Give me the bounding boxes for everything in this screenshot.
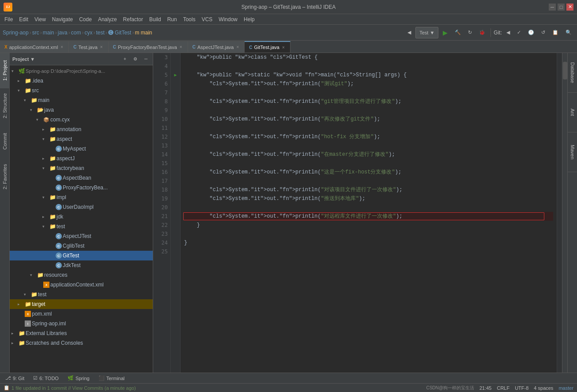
tree-item-spring-aop[interactable]: ▾🌿Spring-aop D:\IdeaProject\Spring-a...: [10, 66, 153, 76]
scrollbar-thumb[interactable]: [563, 62, 567, 79]
search-btn[interactable]: 🔍: [563, 27, 574, 38]
menu-item-run[interactable]: Run: [165, 15, 180, 23]
menu-item-code[interactable]: Code: [76, 15, 94, 23]
debug-button[interactable]: 🐞: [476, 27, 488, 38]
code-content[interactable]: 345678910111213141516171819202122232425 …: [153, 53, 567, 373]
tree-item-myaspect[interactable]: CMyAspect: [10, 144, 153, 154]
tab-ProxyFactoryBeanTest-java[interactable]: CProxyFactoryBeanTest.java×: [109, 41, 188, 53]
favorites-tab[interactable]: 2: Favorites: [0, 159, 10, 194]
tree-item-resources[interactable]: ▾📁resources: [10, 270, 153, 280]
tree-item-userdaoimpl[interactable]: CUserDaoImpl: [10, 202, 153, 212]
tab-close-btn[interactable]: ×: [60, 45, 64, 49]
menu-item-analyze[interactable]: Analyze: [95, 15, 120, 23]
back-button[interactable]: ◀: [405, 27, 414, 38]
menu-item-help[interactable]: Help: [241, 15, 257, 23]
spring-bottom-tab[interactable]: 🌿 Spring: [66, 375, 91, 381]
menu-item-edit[interactable]: Edit: [16, 15, 31, 23]
scrollbar-track[interactable]: [562, 53, 567, 373]
tree-hide-btn[interactable]: ─: [142, 55, 150, 63]
menu-item-tools[interactable]: Tools: [181, 15, 198, 23]
tree-item-test[interactable]: ▾📁test: [10, 222, 153, 231]
menu-item-view[interactable]: View: [32, 15, 49, 23]
tree-item-aspectbean[interactable]: CAspectBean: [10, 173, 153, 183]
tree-item-aspect[interactable]: ▾📁aspect: [10, 134, 153, 144]
tree-item-aspectj[interactable]: ▸📁aspectJ: [10, 154, 153, 163]
breadcrumb-com[interactable]: com: [71, 30, 81, 36]
status-indent[interactable]: 4 spaces: [534, 385, 553, 391]
todo-bottom-tab[interactable]: ☑ 6: TODO: [31, 375, 60, 381]
project-tree-content[interactable]: ▾🌿Spring-aop D:\IdeaProject\Spring-a...▸…: [10, 65, 153, 373]
close-button[interactable]: ✕: [566, 4, 573, 11]
git-log-btn[interactable]: 📋: [550, 27, 561, 38]
project-tab[interactable]: 1: Project: [0, 53, 10, 88]
tree-item-java[interactable]: ▾📂java: [10, 105, 153, 115]
tab-GitTest-java[interactable]: CGitTest.java×: [245, 41, 290, 53]
tree-item-src[interactable]: ▾📁src: [10, 86, 153, 95]
tab-AspectJTest-java[interactable]: CAspectJTest.java×: [188, 41, 245, 53]
breadcrumb-test[interactable]: test: [96, 30, 104, 36]
menu-item-file[interactable]: File: [2, 15, 15, 23]
status-encoding[interactable]: UTF-8: [515, 385, 528, 391]
ant-tab[interactable]: Ant: [568, 93, 577, 132]
git-clock-btn[interactable]: 🕐: [525, 27, 537, 38]
git-undo-btn[interactable]: ↺: [539, 27, 548, 38]
tree-settings-btn[interactable]: ⚙: [131, 55, 140, 63]
commit-tab[interactable]: Commit: [0, 124, 10, 159]
tree-add-btn[interactable]: +: [121, 55, 129, 63]
code-area[interactable]: "kw">public "kw">class "cls">GitTest { "…: [181, 53, 557, 373]
reload-button[interactable]: ↻: [465, 27, 475, 38]
tree-item-gittest[interactable]: CGitTest: [10, 251, 153, 260]
tree-item-aspectjtest[interactable]: CAspectJTest: [10, 231, 153, 241]
build-button[interactable]: 🔨: [452, 27, 464, 38]
run-button[interactable]: ▶: [440, 27, 450, 38]
terminal-bottom-tab[interactable]: ⬛ Terminal: [97, 375, 127, 381]
menu-item-navigate[interactable]: Navigate: [49, 15, 75, 23]
tree-item-scratches-and-consoles[interactable]: ▸📁Scratches and Consoles: [10, 338, 153, 348]
tree-item-main[interactable]: ▾📁main: [10, 95, 153, 105]
tree-item-spring-aop-iml[interactable]: ISpring-aop.iml: [10, 319, 153, 328]
tab-close-btn[interactable]: ×: [99, 45, 104, 49]
maven-tab[interactable]: Maven: [568, 132, 577, 172]
menu-item-window[interactable]: Window: [216, 15, 240, 23]
run-config-button[interactable]: Test ▼: [415, 27, 438, 38]
tree-item-proxyfactorybea---[interactable]: CProxyFactoryBea...: [10, 183, 153, 192]
menu-item-vcs[interactable]: VCS: [199, 15, 215, 23]
tab-applicationContext-xml[interactable]: XapplicationContext.xml×: [0, 41, 69, 53]
tree-item-jdk[interactable]: ▸📁jdk: [10, 212, 153, 222]
menu-item-build[interactable]: Build: [147, 15, 164, 23]
breadcrumb-spring-aop[interactable]: Spring-aop: [3, 30, 29, 36]
maximize-button[interactable]: □: [558, 4, 565, 11]
tree-item-cglibtest[interactable]: CCglibTest: [10, 241, 153, 251]
git-bottom-tab[interactable]: ⎇ 9: Git: [4, 375, 26, 381]
tab-close-btn[interactable]: ×: [179, 45, 183, 49]
tree-item-factorybean[interactable]: ▾📁factorybean: [10, 163, 153, 173]
tree-item-jdktest[interactable]: CJdkTest: [10, 260, 153, 270]
tree-item-target[interactable]: ▸📁target: [10, 299, 153, 309]
status-branch[interactable]: master: [558, 385, 573, 391]
minimize-button[interactable]: ─: [549, 4, 556, 11]
status-message[interactable]: 1 file updated in 1 commit // View Commi…: [11, 385, 136, 391]
breadcrumb-cyx[interactable]: cyx: [84, 30, 92, 36]
breadcrumb-src[interactable]: src: [32, 30, 39, 36]
structure-tab[interactable]: 2: Structure: [0, 88, 10, 124]
tab-close-btn[interactable]: ×: [281, 45, 286, 50]
breadcrumb-java[interactable]: java: [58, 30, 68, 36]
tree-item-impl[interactable]: ▾📁impl: [10, 192, 153, 202]
tree-item-annotation[interactable]: ▸📁annotation: [10, 124, 153, 134]
breadcrumb-main2[interactable]: m main: [135, 30, 152, 36]
tree-item-pom-xml[interactable]: Xpom.xml: [10, 309, 153, 319]
menu-item-refactor[interactable]: Refactor: [121, 15, 146, 23]
git-back-btn[interactable]: ◀: [504, 27, 513, 38]
tree-item-external-libraries[interactable]: ▸📁External Libraries: [10, 328, 153, 338]
tab-close-btn[interactable]: ×: [235, 45, 240, 49]
database-tab[interactable]: Database: [568, 53, 577, 93]
breadcrumb-main[interactable]: main: [43, 30, 54, 36]
tree-item-test[interactable]: ▾📁test: [10, 290, 153, 299]
git-commit-btn[interactable]: ✓: [514, 27, 524, 38]
breadcrumb-gittest[interactable]: 🅒 GitTest: [108, 30, 132, 36]
tree-item-applicationcontext-xml[interactable]: XapplicationContext.xml: [10, 280, 153, 290]
tab-Test-java[interactable]: CTest.java×: [69, 41, 109, 53]
tree-item--idea[interactable]: ▸📁.idea: [10, 76, 153, 86]
status-crlf[interactable]: CRLF: [497, 385, 509, 391]
tree-item-com-cyx[interactable]: ▾📦com.cyx: [10, 115, 153, 124]
